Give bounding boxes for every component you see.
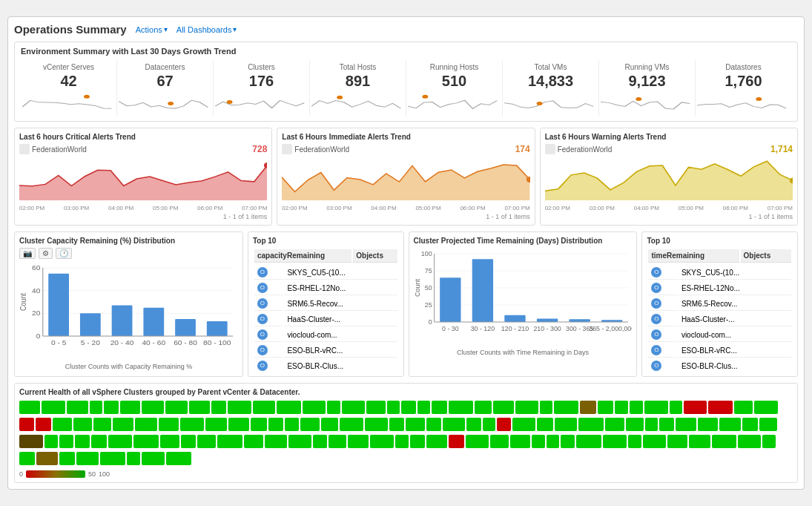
heatmap-cell (684, 401, 707, 414)
heatmap-cell (554, 401, 578, 414)
svg-point-5 (537, 102, 543, 105)
heatmap-cell (73, 418, 92, 431)
heatmap-legend: 0 50 100 (19, 470, 793, 478)
heatmap-cell (762, 435, 776, 448)
heatmap-cell (490, 435, 509, 448)
env-metric: Datastores 1,760 (696, 60, 791, 116)
svg-rect-56 (569, 319, 590, 322)
top10-rows-table: O SKYS_CU5-(10... O ES-RHEL-12No... O SR… (647, 264, 793, 372)
heatmap-cell (370, 435, 393, 448)
svg-rect-23 (48, 274, 69, 336)
obj-name: SKYS_CU5-(10... (284, 266, 397, 280)
top10-capacity-panel: Top 10 capacityRemaining Objects O SKYS_… (248, 231, 404, 377)
top10-capacity-col2-header: Objects (353, 249, 397, 263)
alert-footer: 1 - 1 of 1 items (19, 213, 267, 220)
settings-icon-btn[interactable]: ⚙ (39, 248, 53, 259)
heatmap-cell (432, 401, 446, 414)
capacity-chart-title: Cluster Capacity Remaining (%) Distribut… (19, 237, 238, 245)
svg-rect-25 (80, 313, 101, 336)
heatmap-cell (366, 401, 386, 414)
list-item: O HaaS-Cluster-... (254, 312, 397, 326)
obj-indicator: O (651, 361, 661, 371)
svg-rect-54 (536, 318, 557, 322)
capacity-chart-panel: Cluster Capacity Remaining (%) Distribut… (14, 231, 243, 377)
heatmap-cell (630, 401, 643, 414)
heatmap-cell (217, 435, 242, 448)
svg-text:25: 25 (424, 301, 432, 309)
camera-icon-btn[interactable]: 📷 (19, 248, 36, 259)
heatmap-cell (576, 435, 601, 448)
svg-text:40: 40 (32, 286, 40, 294)
top10-capacity-scroll[interactable]: O SKYS_CU5-(10... O ES-RHEL-12No... O SR… (253, 264, 399, 372)
top10-time-scroll[interactable]: O SKYS_CU5-(10... O ES-RHEL-12No... O SR… (647, 264, 793, 372)
svg-text:40 - 60: 40 - 60 (142, 339, 165, 346)
env-metric-label: Total Hosts (311, 63, 404, 71)
svg-text:120 - 210: 120 - 210 (501, 325, 528, 332)
obj-indicator: O (257, 361, 268, 371)
svg-marker-8 (19, 165, 267, 200)
legend-gradient (26, 470, 85, 478)
heatmap-cell (329, 435, 346, 448)
env-metric-label: Datastores (697, 63, 790, 71)
heatmap-cell (159, 418, 179, 431)
heatmap-cell (406, 418, 425, 431)
list-item: O viocloud-com... (648, 328, 791, 342)
alert-source: FederationWorld (545, 144, 613, 154)
heatmap-cell (342, 401, 365, 414)
heatmap-cell (142, 401, 164, 414)
alert-chart-svg (19, 156, 267, 200)
heatmap-cell (165, 401, 188, 414)
svg-rect-33 (207, 321, 228, 336)
legend-min: 0 (19, 470, 23, 478)
svg-point-1 (168, 102, 174, 105)
obj-name: HaaS-Cluster-... (284, 312, 397, 326)
heatmap-cell (365, 418, 387, 431)
heatmap-cell (708, 401, 733, 414)
heatmap-cell (449, 401, 474, 414)
heatmap-cell (645, 418, 658, 431)
env-metrics-row: vCenter Serves 42 Datacenters 67 Cluster… (21, 60, 791, 116)
env-metric: Total VMs 14,833 (503, 60, 599, 116)
obj-indicator: O (257, 314, 268, 324)
heatmap-cell (228, 418, 249, 431)
heatmap-cell (603, 435, 627, 448)
alert-chart-svg (282, 156, 529, 200)
svg-text:60 - 80: 60 - 80 (174, 339, 197, 346)
env-metric: Running Hosts 510 (406, 60, 503, 116)
bottom-charts-row: Cluster Capacity Remaining (%) Distribut… (14, 231, 798, 377)
svg-rect-27 (112, 306, 133, 336)
heatmap-cell (211, 401, 226, 414)
sparkline (504, 93, 597, 114)
heatmap-cell (59, 452, 75, 465)
heatmap-cell (313, 435, 327, 448)
list-item: O ESO-BLR-vRC... (254, 344, 397, 358)
heatmap-cell (426, 418, 441, 431)
env-metric-value: 1,760 (697, 73, 790, 90)
obj-name: ESO-BLR-vRC... (284, 344, 397, 358)
svg-rect-48 (440, 277, 461, 322)
svg-text:0: 0 (428, 318, 432, 326)
legend-mid: 50 (88, 470, 96, 478)
obj-name: SKYS_CU5-(10... (679, 266, 791, 280)
list-item: O SRM6.5-Recov... (254, 297, 397, 311)
svg-text:75: 75 (424, 267, 432, 275)
capacity-xlabel: Cluster Counts with Capacity Remaining % (19, 363, 238, 370)
heatmap-cell (251, 418, 267, 431)
svg-marker-10 (282, 165, 529, 200)
heatmap-cell (667, 435, 687, 448)
heatmap-cell (36, 418, 52, 431)
heatmap-cell (410, 435, 425, 448)
all-dashboards-button[interactable]: All Dashboards (176, 25, 237, 34)
actions-button[interactable]: Actions (136, 25, 168, 34)
clock-icon-btn[interactable]: 🕐 (56, 248, 72, 259)
svg-point-2 (227, 100, 233, 104)
obj-indicator: O (257, 329, 268, 340)
heatmap-cell (578, 418, 604, 431)
obj-indicator: O (651, 267, 661, 277)
heatmap-cell (244, 435, 264, 448)
obj-name: viocloud-com... (284, 328, 397, 342)
list-item: O ES-RHEL-12No... (254, 281, 397, 295)
svg-text:0 - 5: 0 - 5 (51, 339, 66, 346)
env-metric: Clusters 176 (214, 60, 310, 116)
heatmap-cell (90, 401, 102, 414)
